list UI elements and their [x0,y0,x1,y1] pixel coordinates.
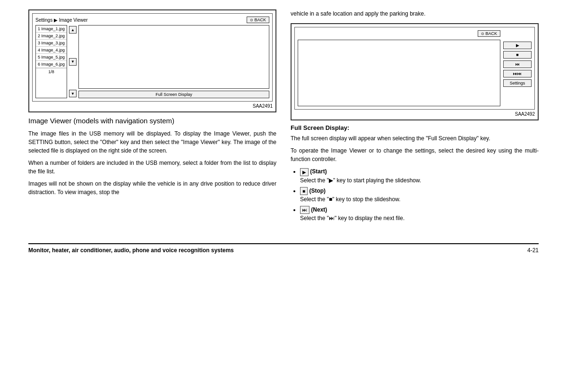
scroll-down2-btn[interactable]: ▼ [69,90,77,97]
right-device-preview [298,40,500,106]
left-device-body: 1 Image_1.jpg 2 Image_2.jpg 3 Image_3.jp… [35,25,269,98]
file-item-6[interactable]: 6 Image_6.jpg [36,61,67,68]
next-description: Select the "⏭" key to display the next f… [300,215,404,222]
top-right-paragraph: vehicle in a safe location and apply the… [291,9,539,18]
scroll-buttons: ▲ ▼ ▼ [69,25,77,98]
scroll-up-btn[interactable]: ▲ [69,26,77,34]
footer-bar: Monitor, heater, air conditioner, audio,… [28,243,539,254]
bullet-item-next: ⏭ (Next) Select the "⏭" key to display t… [300,205,539,222]
back-button-left[interactable]: ⊙ BACK [247,17,269,23]
bullet-item-stop: ■ (Stop) Select the "■" key to stop the … [300,187,539,204]
back-arrow-icon: ⊙ [250,18,253,22]
stop-button[interactable]: ■ [503,51,532,59]
right-column: vehicle in a safe location and apply the… [291,9,539,224]
full-screen-para1: The full screen display will appear when… [291,134,539,143]
left-device-mockup: Settings ▶ Image Viewer ⊙ BACK 1 Image_1… [28,9,276,112]
file-list: 1 Image_1.jpg 2 Image_2.jpg 3 Image_3.jp… [35,25,67,98]
file-item-1[interactable]: 1 Image_1.jpg [36,26,67,33]
footer-page: 4-21 [527,247,539,254]
right-panel: Full Screen Display [78,25,269,98]
left-device-header: Settings ▶ Image Viewer ⊙ BACK [35,17,269,23]
back-button-right[interactable]: ⊙ BACK [478,30,500,37]
right-device-top-bar: ⊙ BACK [298,30,500,37]
start-title: (Start) [310,168,326,175]
top-section: Settings ▶ Image Viewer ⊙ BACK 1 Image_1… [28,9,539,224]
device-code-left: SAA2491 [32,103,273,109]
page-content: Settings ▶ Image Viewer ⊙ BACK 1 Image_1… [28,9,539,254]
scroll-down-btn[interactable]: ▼ [69,58,77,66]
right-device-inner: ⊙ BACK ▶ ■ ⏭ ⏭⏭ Settings [294,27,535,110]
stop-title: (Stop) [309,187,326,194]
left-column: Settings ▶ Image Viewer ⊙ BACK 1 Image_1… [28,9,276,224]
left-section-heading: Image Viewer (models with navigation sys… [28,116,276,126]
right-device-main: ⊙ BACK [298,30,500,106]
start-description: Select the "▶" key to start playing the … [300,177,421,184]
bullet-list: ▶ (Start) Select the "▶" key to start pl… [300,167,539,224]
left-device-inner: Settings ▶ Image Viewer ⊙ BACK 1 Image_1… [32,13,273,102]
footer-text: Monitor, heater, air conditioner, audio,… [28,247,234,254]
left-para-3: Images will not be shown on the display … [28,179,276,196]
back-label-right: BACK [485,31,497,36]
left-para-2: When a number of folders are included in… [28,159,276,176]
file-item-2[interactable]: 2 Image_2.jpg [36,33,67,40]
skip-button[interactable]: ⏭⏭ [503,70,532,77]
file-item-5[interactable]: 5 Image_5.jpg [36,54,67,61]
start-icon: ▶ [300,168,309,176]
right-device-mockup: ⊙ BACK ▶ ■ ⏭ ⏭⏭ Settings [291,23,539,120]
left-para-1: The image files in the USB memory will b… [28,129,276,155]
page-indicator: 1/8 [36,68,67,75]
stop-icon: ■ [300,187,308,195]
next-title: (Next) [311,206,327,213]
settings-button[interactable]: Settings [503,79,532,87]
image-preview [78,25,269,89]
device-code-right: SAA2492 [294,111,535,117]
back-arrow-icon-right: ⊙ [481,32,484,36]
file-item-3[interactable]: 3 Image_3.jpg [36,40,67,47]
play-button[interactable]: ▶ [503,42,532,49]
file-item-4[interactable]: 4 Image_4.jpg [36,47,67,54]
stop-description: Select the "■" key to stop the slideshow… [300,196,401,203]
bullet-item-start: ▶ (Start) Select the "▶" key to start pl… [300,167,539,184]
full-screen-para2: To operate the Image Viewer or to change… [291,146,539,163]
right-device-controls: ▶ ■ ⏭ ⏭⏭ Settings [503,30,532,106]
next-icon: ⏭ [300,206,309,214]
file-list-area: 1 Image_1.jpg 2 Image_2.jpg 3 Image_3.jp… [35,25,67,98]
breadcrumb-path: Settings ▶ Image Viewer [35,17,88,23]
full-screen-heading: Full Screen Display: [291,124,539,131]
full-screen-button[interactable]: Full Screen Display [78,91,269,98]
next-button[interactable]: ⏭ [503,60,532,68]
back-label-left: BACK [254,17,266,22]
spacer [503,30,532,40]
